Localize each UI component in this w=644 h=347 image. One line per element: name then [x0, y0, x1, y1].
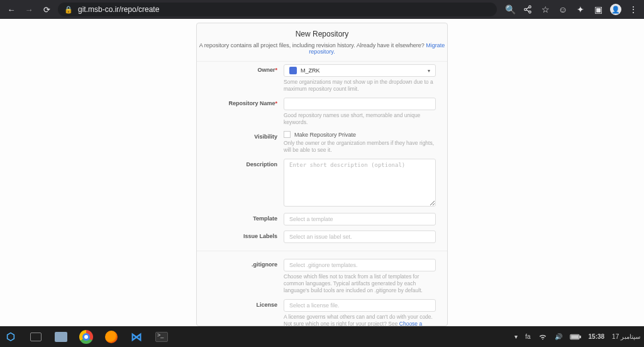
browser-chrome: ← → ⟳ 🔒 git.msb-co.ir/repo/create 🔍 ☆ ☺ … [0, 0, 644, 19]
vscode-app-icon[interactable]: ⋈ [130, 330, 143, 344]
panel-icon[interactable]: ▣ [591, 3, 605, 16]
chrome-app-icon[interactable] [79, 330, 93, 344]
volume-icon[interactable]: 🔊 [555, 333, 562, 340]
labels-label: Issue Labels [197, 230, 284, 243]
labels-row: Issue Labels [197, 228, 447, 246]
license-dropdown[interactable] [284, 299, 436, 312]
url-text: git.msb-co.ir/repo/create [78, 5, 159, 14]
chrome-toolbar-right: 🔍 ☆ ☺ ✦ ▣ 👤 ⋮ [503, 3, 640, 16]
search-icon[interactable]: 🔍 [503, 3, 517, 16]
show-desktop-icon[interactable] [29, 330, 43, 344]
license-label: License [197, 299, 284, 326]
reload-button[interactable]: ⟳ [39, 2, 54, 17]
svg-rect-7 [571, 335, 578, 338]
language-indicator[interactable]: fa [525, 333, 530, 340]
svg-point-1 [525, 8, 527, 11]
license-row: License A license governs what others ca… [197, 297, 447, 326]
visibility-row: Visibility Make Repository Private Only … [197, 128, 447, 156]
os-taskbar: ⬡ ⋈ ▾ fa 🔊 15:38 سپتامبر 17 [0, 326, 644, 347]
license-hint: A license governs what others can and ca… [284, 314, 436, 326]
terminal-app-icon[interactable] [155, 330, 169, 344]
intro-text: A repository contains all project files,… [197, 42, 447, 62]
description-textarea[interactable] [284, 159, 436, 207]
battery-icon[interactable] [570, 334, 581, 340]
extensions-icon[interactable]: ✦ [574, 3, 587, 16]
tray-chevron-icon[interactable]: ▾ [514, 333, 518, 340]
owner-hint: Some organizations may not show up in th… [284, 79, 436, 93]
description-label: Description [197, 159, 284, 208]
clock-date[interactable]: سپتامبر 17 [612, 333, 640, 340]
new-repo-panel: New Repository A repository contains all… [196, 23, 448, 326]
reponame-hint: Good repository names use short, memorab… [284, 112, 436, 126]
page-title: New Repository [197, 23, 447, 42]
clock-time[interactable]: 15:38 [589, 333, 605, 340]
menu-icon[interactable]: ⋮ [626, 3, 640, 16]
gitignore-row: .gitignore Choose which files not to tra… [197, 256, 447, 297]
page-content: New Repository A repository contains all… [0, 19, 644, 326]
template-row: Template [197, 210, 447, 228]
smiley-icon[interactable]: ☺ [556, 3, 570, 16]
description-row: Description [197, 156, 447, 210]
share-icon[interactable] [521, 3, 535, 16]
owner-row: Owner* M_ZRK ▾ Some organizations may no… [197, 62, 447, 95]
firefox-app-icon[interactable] [104, 330, 118, 344]
reponame-label: Repository Name* [197, 98, 284, 126]
labels-dropdown[interactable] [284, 230, 436, 243]
private-checkbox-label: Make Repository Private [294, 132, 356, 138]
gitignore-dropdown[interactable] [284, 259, 436, 271]
owner-label: Owner* [197, 64, 284, 93]
section-divider [197, 251, 447, 251]
chevron-down-icon: ▾ [428, 68, 430, 74]
template-label: Template [197, 213, 284, 225]
private-checkbox[interactable] [284, 131, 291, 138]
taskbar-apps: ⬡ ⋈ [4, 330, 169, 344]
gitignore-hint: Choose which files not to track from a l… [284, 273, 436, 294]
svg-line-3 [526, 8, 529, 9]
network-icon[interactable] [538, 333, 547, 341]
address-bar[interactable]: 🔒 git.msb-co.ir/repo/create [58, 3, 497, 16]
reponame-row: Repository Name* Good repository names u… [197, 95, 447, 128]
svg-rect-6 [579, 336, 580, 338]
svg-point-0 [529, 6, 531, 8]
owner-dropdown[interactable]: M_ZRK ▾ [284, 64, 436, 77]
lock-icon: 🔒 [64, 6, 73, 14]
visibility-label: Visibility [197, 131, 284, 154]
template-dropdown[interactable] [284, 213, 436, 225]
owner-avatar-icon [289, 67, 297, 74]
reponame-input[interactable] [284, 98, 436, 110]
svg-line-4 [526, 10, 529, 11]
start-menu-icon[interactable]: ⬡ [4, 330, 18, 344]
files-app-icon[interactable] [54, 330, 68, 344]
forward-button[interactable]: → [21, 2, 36, 17]
visibility-hint: Only the owner or the organization membe… [284, 140, 436, 154]
svg-point-2 [529, 11, 531, 13]
taskbar-tray: ▾ fa 🔊 15:38 سپتامبر 17 [514, 333, 640, 341]
bookmark-star-icon[interactable]: ☆ [538, 3, 552, 16]
back-button[interactable]: ← [4, 2, 19, 17]
gitignore-label: .gitignore [197, 259, 284, 294]
profile-avatar[interactable]: 👤 [609, 3, 623, 16]
nav-buttons: ← → ⟳ [4, 2, 54, 17]
